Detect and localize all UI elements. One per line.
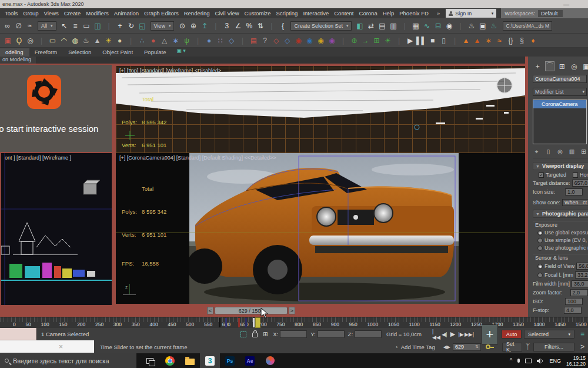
- minimize-button[interactable]: —: [563, 1, 569, 8]
- next-key-button[interactable]: |▶: [457, 330, 465, 339]
- create-selection-set-dropdown[interactable]: Create Selection Set ▾: [290, 21, 352, 31]
- pin-stack-icon[interactable]: ⌖: [533, 148, 540, 155]
- modifier-stack-item[interactable]: CoronaCamera: [533, 100, 586, 108]
- hierarchy-tab-icon[interactable]: ⊞: [557, 61, 567, 71]
- corona-proxy-icon[interactable]: ◇: [226, 35, 237, 47]
- play-animation-button[interactable]: ▶: [449, 330, 457, 339]
- frame-spinner-arrows-icon[interactable]: ◀▶: [443, 344, 450, 350]
- front-viewport[interactable]: ont ] [Standard] [Wireframe ]: [0, 153, 112, 305]
- set-key-button[interactable]: Set K.: [502, 343, 522, 352]
- select-and-manipulate-icon[interactable]: ⊕: [188, 20, 199, 32]
- zoom-factor-field[interactable]: 2,0: [570, 289, 588, 296]
- show-end-result-icon[interactable]: ▯: [544, 148, 552, 155]
- menu-item[interactable]: Create: [64, 10, 81, 16]
- corona-scatter-icon[interactable]: ∴: [136, 35, 148, 47]
- keyframe-marker[interactable]: [245, 318, 247, 327]
- phoenix-drop-icon[interactable]: ♦: [527, 35, 539, 47]
- corona-sphere-light-icon[interactable]: ◍: [69, 35, 81, 47]
- use-photographic-exposure-radio[interactable]: [537, 246, 543, 251]
- language-indicator[interactable]: ENG: [549, 358, 561, 364]
- bind-to-space-warp-icon[interactable]: ≈: [24, 20, 35, 32]
- selection-lock-icon[interactable]: [252, 333, 258, 337]
- previous-key-button[interactable]: ◀|: [440, 330, 449, 339]
- window-crossing-icon[interactable]: ◫: [92, 20, 103, 32]
- create-tab-icon[interactable]: +: [533, 61, 543, 71]
- green-burst-icon[interactable]: ☀: [382, 35, 393, 47]
- rollout-photographic-parameters[interactable]: ▼ Photographic paramete: [533, 210, 588, 218]
- select-and-move-icon[interactable]: +: [115, 20, 126, 32]
- ribbon-tab[interactable]: Populate: [138, 48, 172, 57]
- motion-tab-icon[interactable]: ◎: [569, 61, 579, 71]
- keyframe-marker[interactable]: [253, 318, 255, 327]
- maxscript-listener-icon[interactable]: >: [577, 341, 588, 353]
- targeted-checkbox[interactable]: ✓: [539, 173, 544, 178]
- menu-item[interactable]: Phoenix FD: [399, 10, 429, 16]
- phoenix-fire-node-icon[interactable]: ◉: [293, 35, 304, 47]
- render-production-icon[interactable]: ♨: [488, 20, 499, 32]
- focal-length-field[interactable]: 33,2: [575, 271, 588, 279]
- separator[interactable]: |: [266, 20, 277, 32]
- filters-button[interactable]: Filters...: [533, 343, 574, 352]
- corona-sun-icon[interactable]: ☀: [103, 35, 114, 47]
- previous-frame-button[interactable]: <: [207, 307, 213, 314]
- photoshop-button[interactable]: Ps: [220, 353, 240, 368]
- sign-in-button[interactable]: Sign In ▾: [446, 9, 496, 18]
- corona-cone-icon[interactable]: ▲: [92, 35, 103, 47]
- iso-field[interactable]: 100: [565, 298, 583, 305]
- object-name-field[interactable]: CoronaCamera004: [533, 75, 587, 83]
- corona-displacement-icon[interactable]: ●: [148, 35, 159, 47]
- green-grid-icon[interactable]: ⊞: [371, 35, 382, 47]
- unlink-selection-icon[interactable]: ∅: [13, 20, 24, 32]
- display-tab-icon[interactable]: ▣: [582, 61, 588, 71]
- polygon-modeling-panel-tab[interactable]: on Modeling: [0, 57, 36, 64]
- mini-curve-icon[interactable]: ≡: [577, 329, 588, 340]
- menu-overflow-icon[interactable]: »: [437, 10, 440, 16]
- film-width-field[interactable]: 36,0: [572, 280, 588, 287]
- project-path-field[interactable]: C:\Users\MA...ds M: [503, 21, 552, 31]
- corona-node-red-icon[interactable]: ◇: [270, 35, 282, 47]
- front-viewport-menu[interactable]: ont ] [Standard] [Wireframe ]: [5, 155, 71, 161]
- curve-editor-icon[interactable]: ∿: [421, 20, 432, 32]
- camera-viewport[interactable]: [+] [CoronaCamera004] [Standard] [Defaul…: [116, 153, 525, 304]
- z-coordinate-field[interactable]: [355, 330, 382, 338]
- phoenix-wave-icon[interactable]: ≈: [494, 35, 505, 47]
- modify-tab-icon[interactable]: ⌒: [545, 61, 555, 71]
- use-simple-exposure-radio[interactable]: [537, 238, 543, 243]
- microphone-icon[interactable]: [517, 359, 520, 363]
- rollout-viewport-display[interactable]: ▼ Viewport display: [533, 162, 588, 170]
- taskbar-search-box[interactable]: Введите здесь текст для поиска: [0, 353, 136, 368]
- target-distance-field[interactable]: 657,0: [572, 180, 588, 187]
- ribbon-config-icon[interactable]: ▣ ▾: [176, 45, 187, 57]
- go-to-end-button[interactable]: ▶▶|: [465, 330, 473, 339]
- ribbon-tab[interactable]: Freeform: [29, 48, 64, 57]
- separator[interactable]: |: [237, 35, 248, 47]
- snap-toggle-3d-icon[interactable]: 3: [221, 20, 232, 32]
- play-icon[interactable]: ▶: [405, 35, 416, 47]
- top-viewport-menu[interactable]: [+] [Top] [Standard] [Wireframe] <Disabl…: [119, 68, 221, 74]
- menu-item[interactable]: Graph Editors: [144, 10, 179, 16]
- next-frame-button[interactable]: >: [289, 307, 295, 314]
- menu-item[interactable]: Customize: [245, 10, 271, 16]
- ribbon-tab[interactable]: odeling: [0, 48, 29, 57]
- select-object-icon[interactable]: ↖: [59, 20, 70, 32]
- phoenix-render-node-icon[interactable]: ◉: [315, 35, 326, 47]
- add-time-tag[interactable]: ◔ Add Time Tag: [395, 344, 435, 350]
- keyframe-marker[interactable]: [219, 318, 220, 327]
- fov-field[interactable]: 56,8: [576, 263, 588, 270]
- time-slider[interactable]: < 629 / 1500 >: [207, 307, 295, 314]
- time-slider-value[interactable]: 629 / 1500: [215, 307, 288, 314]
- separator[interactable]: |: [399, 20, 410, 32]
- separator[interactable]: |: [103, 20, 115, 32]
- separator[interactable]: |: [125, 35, 136, 47]
- render-setup-icon[interactable]: ♨: [466, 20, 477, 32]
- speaker-icon[interactable]: [537, 358, 544, 364]
- corona-material-icon[interactable]: ●: [203, 35, 215, 47]
- after-effects-button[interactable]: Ae: [240, 353, 260, 368]
- toggle-ribbon-icon[interactable]: ▦: [410, 20, 421, 32]
- go-to-start-button[interactable]: |◀◀: [432, 330, 440, 339]
- menu-item[interactable]: Group: [23, 10, 38, 16]
- modifier-list-dropdown[interactable]: Modifier List ▾: [533, 88, 587, 96]
- track-bar[interactable]: 0501001502002503003504004505005506006507…: [0, 317, 588, 328]
- chrome-button[interactable]: [160, 353, 180, 368]
- phoenix-purple-node-icon[interactable]: ◉: [326, 35, 338, 47]
